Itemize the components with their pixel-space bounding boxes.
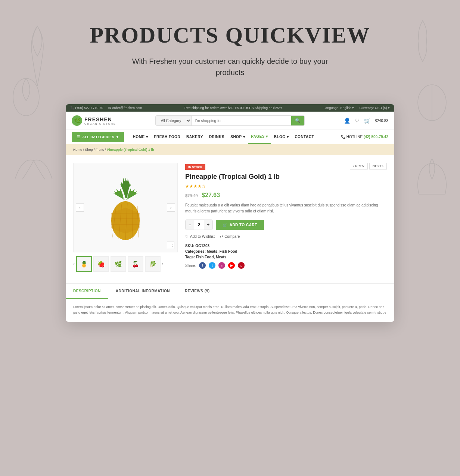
- thumb-prev-button[interactable]: ‹: [73, 261, 75, 267]
- next-product-button[interactable]: NEXT ›: [369, 163, 387, 169]
- cart-amount: $240.83: [375, 119, 388, 123]
- quantity-value: 2: [194, 220, 204, 229]
- pinterest-share[interactable]: p: [238, 262, 245, 269]
- tags-meta: Tags: Fish Food, Meats: [185, 255, 387, 259]
- in-stock-badge: IN STOCK: [185, 164, 205, 170]
- search-button[interactable]: 🔍: [291, 116, 304, 125]
- share-row: Share: f t in ▶ p: [185, 262, 387, 269]
- old-price: $79.49: [185, 193, 198, 198]
- top-bar-left: 📞 (+00) 527-1710-70 ✉ order@freshen.com: [70, 106, 142, 110]
- nav-blog[interactable]: BLOG ▾: [271, 130, 292, 143]
- search-area: All Category 🔍: [155, 115, 305, 126]
- wishlist-icon[interactable]: ♡: [355, 118, 360, 124]
- phone-info: 📞 (+00) 527-1710-70: [70, 106, 103, 110]
- gallery-next-button[interactable]: ›: [167, 203, 175, 212]
- language-selector[interactable]: Language: English ▾: [323, 106, 354, 110]
- hotline: 📞 HOTLINE (42) 500-79-42: [341, 135, 388, 139]
- prev-product-button[interactable]: ‹ PREV: [350, 163, 368, 169]
- nav-drinks[interactable]: DRINKS: [206, 130, 227, 143]
- sku-meta: SKU: OG1203: [185, 244, 387, 248]
- breadcrumb-shop[interactable]: Shop: [85, 148, 93, 152]
- categories-meta: Categories: Meats, Fish Food: [185, 249, 387, 253]
- thumbnail-1[interactable]: 🍍: [76, 256, 92, 272]
- nav-shop[interactable]: SHOP ▾: [227, 130, 248, 143]
- breadcrumb-current: Pineapple (Tropical Gold) 1 lb: [107, 148, 154, 152]
- currency-selector[interactable]: Currency: USD ($) ▾: [359, 106, 390, 110]
- hero-section: PRODUCTS QUICKVIEW With Freshen your cus…: [0, 0, 460, 104]
- breadcrumb-fruits[interactable]: Fruits: [96, 148, 104, 152]
- facebook-share[interactable]: f: [199, 262, 206, 269]
- product-nav: ‹ PREV NEXT ›: [350, 163, 387, 169]
- browser-window: 📞 (+00) 527-1710-70 ✉ order@freshen.com …: [66, 104, 394, 322]
- price-area: $79.49 $27.63: [185, 192, 387, 199]
- zoom-button[interactable]: ⛶: [167, 242, 174, 249]
- product-info: ‹ PREV NEXT › IN STOCK Pineapple (Tropic…: [185, 163, 387, 272]
- email-info: ✉ order@freshen.com: [108, 106, 142, 110]
- header: 🌿 FRESHEN ORGANIC STORE All Category 🔍 👤…: [66, 112, 394, 130]
- product-main-image: ‹: [73, 163, 178, 252]
- page-title: PRODUCTS QUICKVIEW: [7, 22, 453, 48]
- logo[interactable]: 🌿 FRESHEN ORGANIC STORE: [72, 115, 116, 126]
- thumbnail-2[interactable]: 🍓: [93, 256, 109, 272]
- instagram-share[interactable]: in: [218, 262, 225, 269]
- shipping-info: Free shipping for orders over $59. $5.00…: [184, 106, 282, 110]
- breadcrumb: Home / Shop / Fruits / Pineapple (Tropic…: [66, 144, 394, 155]
- search-category-select[interactable]: All Category: [156, 116, 192, 125]
- thumbnail-strip: ‹ 🍍 🍓 🌿 🍒 🥬 ›: [73, 256, 178, 272]
- nav-contact[interactable]: CONTACT: [292, 130, 317, 143]
- logo-sub: ORGANIC STORE: [84, 122, 116, 125]
- product-gallery: ‹: [73, 163, 178, 272]
- product-description: Feugiat malesuada a a elit varius diam h…: [185, 202, 387, 214]
- product-section: ‹: [66, 155, 394, 279]
- gallery-prev-button[interactable]: ‹: [76, 203, 84, 212]
- search-input[interactable]: [192, 116, 291, 125]
- thumbnail-5[interactable]: 🥬: [145, 256, 161, 272]
- nav-fresh-food[interactable]: FRESH FOOD: [151, 130, 183, 143]
- top-bar-right: Language: English ▾ Currency: USD ($) ▾: [323, 106, 390, 110]
- quantity-control: − 2 +: [185, 220, 213, 230]
- add-to-wishlist-link[interactable]: ♡ Add to Wishlist: [185, 234, 215, 239]
- tab-description[interactable]: DESCRIPTION: [66, 284, 108, 299]
- nav-links: HOME ▾ FRESH FOOD BAKERY DRINKS SHOP ▾ P…: [130, 130, 341, 144]
- product-title: Pineapple (Tropical Gold) 1 lb: [185, 173, 387, 181]
- new-price: $27.63: [202, 192, 220, 198]
- top-bar: 📞 (+00) 527-1710-70 ✉ order@freshen.com …: [66, 104, 394, 112]
- product-image: [103, 172, 148, 243]
- product-stars: ★★★★☆: [185, 184, 387, 189]
- youtube-share[interactable]: ▶: [228, 262, 235, 269]
- nav-bakery[interactable]: BAKERY: [183, 130, 206, 143]
- hero-subtitle: With Freshen your customer can quickly d…: [118, 56, 342, 78]
- tab-additional-info[interactable]: ADDITIONAL INFORMATION: [108, 284, 177, 299]
- logo-text: FRESHEN: [84, 116, 116, 122]
- product-tabs: DESCRIPTION ADDITIONAL INFORMATION REVIE…: [66, 283, 394, 298]
- wishlist-row: ♡ Add to Wishlist ⇄ Compare: [185, 234, 387, 239]
- add-to-cart-button[interactable]: 🛒 ADD TO CART: [216, 220, 264, 230]
- header-icons: 👤 ♡ 🛒 $240.83: [344, 118, 388, 124]
- thumbnail-4[interactable]: 🍒: [128, 256, 143, 272]
- nav-home[interactable]: HOME ▾: [130, 130, 151, 143]
- user-icon[interactable]: 👤: [344, 118, 350, 124]
- logo-icon: 🌿: [72, 115, 82, 126]
- tab-content: Lorem ipsum dolor sit amet, consectetuer…: [66, 298, 394, 322]
- qty-decrease-button[interactable]: −: [186, 220, 194, 230]
- thumbnail-3[interactable]: 🌿: [111, 256, 126, 272]
- qty-increase-button[interactable]: +: [204, 220, 212, 230]
- breadcrumb-home[interactable]: Home: [73, 148, 82, 152]
- nav-bar: ☰ ALL CATEGORIES ▾ HOME ▾ FRESH FOOD BAK…: [66, 130, 394, 144]
- compare-link[interactable]: ⇄ Compare: [220, 234, 240, 239]
- cart-icon[interactable]: 🛒: [364, 118, 370, 124]
- thumb-next-button[interactable]: ›: [162, 261, 164, 267]
- nav-pages[interactable]: PAGES ▾: [248, 130, 271, 144]
- tab-reviews[interactable]: REVIEWS (9): [177, 284, 217, 299]
- all-categories-button[interactable]: ☰ ALL CATEGORIES ▾: [72, 132, 124, 142]
- twitter-share[interactable]: t: [209, 262, 215, 269]
- add-to-cart-row: − 2 + 🛒 ADD TO CART: [185, 220, 387, 230]
